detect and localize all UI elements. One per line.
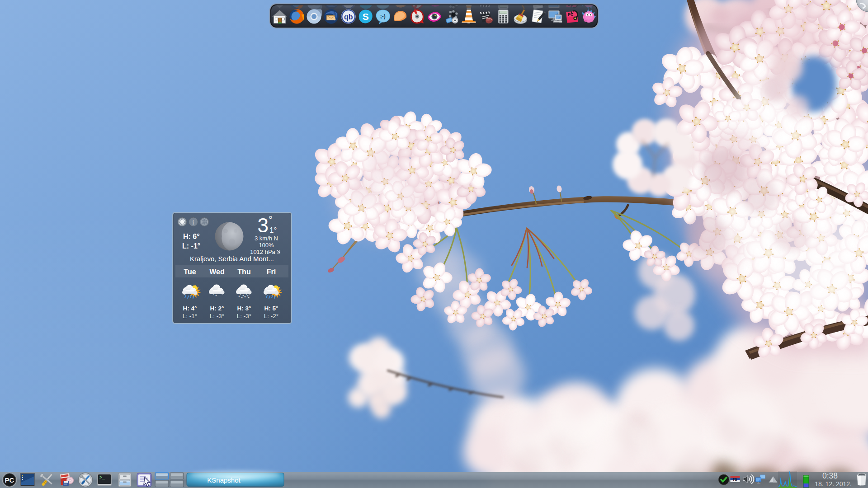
- svg-text:>_: >_: [99, 475, 105, 480]
- svg-text:*: *: [215, 294, 217, 298]
- svg-text:H: 2°: H: 2°: [210, 305, 224, 312]
- svg-text:L: -3°: L: -3°: [237, 313, 251, 319]
- svg-text:Wed: Wed: [209, 268, 224, 276]
- svg-text:PC: PC: [568, 12, 574, 17]
- svg-text:1°: 1°: [269, 226, 277, 235]
- svg-text:H: 4°: H: 4°: [183, 305, 197, 312]
- svg-text:i: i: [193, 219, 194, 226]
- svg-text:PC: PC: [5, 476, 14, 484]
- svg-text:L: -1°: L: -1°: [182, 242, 200, 250]
- svg-text:3 km/h N: 3 km/h N: [255, 235, 278, 242]
- svg-text:rs: rs: [733, 477, 737, 482]
- svg-text:L: -3°: L: -3°: [210, 313, 224, 319]
- svg-text:S: S: [363, 11, 369, 22]
- svg-text:*: *: [238, 295, 240, 299]
- svg-text:;-): ;-): [380, 13, 386, 19]
- svg-text:Fri: Fri: [267, 268, 276, 276]
- svg-text:KSnapshot: KSnapshot: [207, 476, 241, 484]
- svg-text:*: *: [212, 292, 214, 297]
- svg-text:Tue: Tue: [184, 268, 196, 276]
- svg-text:°: °: [269, 214, 273, 225]
- svg-text:1012 hPa: 1012 hPa: [250, 249, 275, 255]
- svg-text:18. 12. 2012.: 18. 12. 2012.: [815, 480, 852, 488]
- svg-text:0:38: 0:38: [822, 471, 838, 480]
- svg-text:3: 3: [258, 214, 269, 236]
- svg-text:*: *: [241, 296, 243, 300]
- svg-text:100%: 100%: [259, 242, 274, 249]
- svg-text:Kraljevo, Serbia And Mont...: Kraljevo, Serbia And Mont...: [190, 255, 274, 263]
- svg-text:*: *: [244, 295, 246, 300]
- svg-text:H: 6°: H: 6°: [183, 233, 200, 240]
- svg-text:L: -2°: L: -2°: [264, 313, 278, 319]
- svg-text:H: 5°: H: 5°: [264, 305, 278, 312]
- svg-text:L: -1°: L: -1°: [183, 313, 197, 319]
- svg-text:qb: qb: [344, 13, 353, 21]
- svg-text:*: *: [248, 296, 250, 300]
- svg-text:Thu: Thu: [237, 268, 250, 276]
- svg-text:H: 3°: H: 3°: [237, 305, 251, 312]
